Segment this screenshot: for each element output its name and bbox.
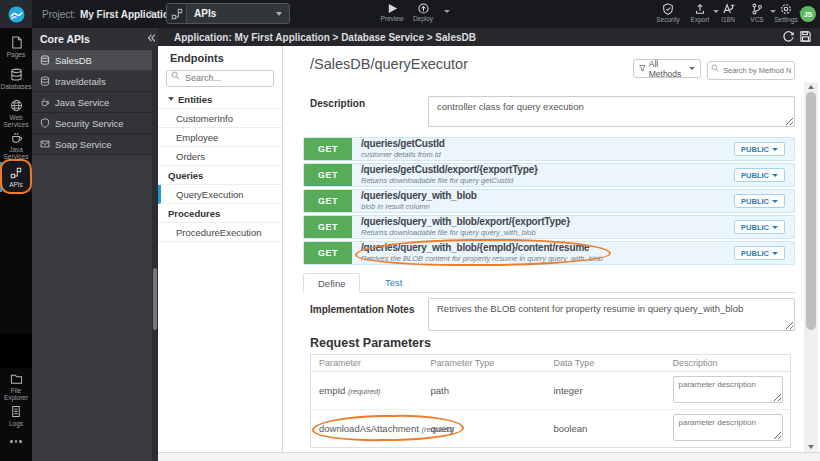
column-header: Parameter (311, 355, 423, 372)
chevron-down-icon (772, 200, 778, 203)
sidebar-item-databases[interactable]: Databases (0, 68, 32, 90)
scrollbar-thumb[interactable] (153, 268, 157, 330)
core-apis-panel: Core APIs SalesDB traveldetails Java Ser… (32, 28, 158, 461)
method-search-input[interactable] (707, 61, 795, 80)
access-dropdown[interactable]: PUBLIC (734, 194, 785, 208)
param-description-textarea[interactable] (673, 376, 783, 403)
param-name: empId (319, 385, 345, 396)
endpoint-item-employee[interactable]: Employee (158, 128, 282, 147)
project-breadcrumb: Project: My First Application (42, 0, 175, 28)
tab-bar: Define Test (303, 273, 795, 293)
export-button[interactable]: Export (684, 3, 716, 23)
preview-button[interactable]: Preview (375, 3, 409, 22)
refresh-icon[interactable] (782, 30, 795, 43)
endpoint-summary: Returns downloadable file for query getC… (361, 177, 538, 185)
core-api-item-label: Security Service (55, 118, 124, 129)
endpoint-item-procedureexecution[interactable]: ProcedureExecution (158, 223, 282, 242)
api-endpoint-row-selected[interactable]: GET /queries/query_with_blob/{empId}/con… (303, 241, 795, 265)
tab-test[interactable]: Test (373, 272, 414, 292)
access-dropdown[interactable]: PUBLIC (734, 246, 785, 260)
sidebar-item-apis[interactable]: APIs (0, 162, 32, 192)
endpoints-section-entities[interactable]: Entities (158, 90, 282, 109)
endpoint-text: /queries/query_with_blob/{empId}/content… (361, 242, 603, 264)
access-label: PUBLIC (741, 145, 769, 154)
collapse-panel-icon[interactable] (146, 33, 156, 43)
sidebar-item-label: Logs (9, 420, 23, 427)
scrollbar-thumb[interactable] (806, 92, 816, 330)
tab-define[interactable]: Define (303, 273, 360, 293)
sidebar-more-button[interactable] (0, 440, 32, 443)
web-services-globe-icon (10, 99, 23, 112)
wavemaker-logo-icon (8, 6, 25, 23)
bottom-strip (158, 452, 820, 461)
endpoint-summary: Returns downloadable file for query quer… (361, 229, 570, 237)
logs-icon (10, 405, 22, 418)
sidebar-item-file-explorer[interactable]: File Explorer (0, 373, 32, 401)
endpoint-path: /queries/query_with_blob (361, 191, 477, 201)
sidebar-item-label: File Explorer (0, 387, 32, 401)
database-icon (40, 76, 50, 86)
chevron-down-icon (772, 174, 778, 177)
param-data-type: integer (546, 372, 665, 410)
core-api-item-traveldetails[interactable]: traveldetails (32, 71, 152, 92)
param-required-note: (required) (421, 425, 454, 434)
api-endpoint-row[interactable]: GET /queries/query_with_blob blob in res… (303, 189, 795, 213)
endpoint-item-customerinfo[interactable]: CustomerInfo (158, 109, 282, 128)
deploy-button[interactable]: Deploy (405, 3, 441, 22)
sidebar-item-label: Web Services (0, 114, 32, 128)
app-logo[interactable] (0, 0, 32, 28)
deploy-chevron-icon[interactable] (444, 10, 450, 13)
method-filter-dropdown[interactable]: All Methods (633, 59, 701, 78)
description-textarea[interactable]: controller class for query execution (428, 96, 795, 127)
method-badge: GET (304, 164, 352, 186)
implementation-notes-textarea[interactable]: Retrives the BLOB content for property r… (428, 298, 795, 331)
endpoint-path: /queries/getCustId (361, 139, 445, 149)
endpoint-text: /queries/getCustId/export/{exportType} R… (361, 164, 538, 186)
main-scrollbar[interactable] (804, 82, 818, 452)
access-dropdown[interactable]: PUBLIC (734, 220, 785, 234)
access-dropdown[interactable]: PUBLIC (734, 142, 785, 156)
scroll-up-arrow[interactable] (808, 85, 814, 89)
endpoints-section-queries: Queries (158, 166, 282, 185)
endpoint-item-orders[interactable]: Orders (158, 147, 282, 166)
sidebar-item-logs[interactable]: Logs (0, 405, 32, 427)
sidebar-item-java-services[interactable]: Java Services (0, 131, 32, 160)
core-api-item-security-service[interactable]: Security Service (32, 113, 152, 134)
endpoint-item-queryexecution[interactable]: QueryExecution (158, 185, 282, 204)
chevron-down-icon (772, 252, 778, 255)
api-endpoint-row[interactable]: GET /queries/query_with_blob/export/{exp… (303, 215, 795, 239)
user-avatar[interactable]: JS (800, 6, 816, 22)
settings-button[interactable]: Settings (770, 3, 802, 23)
endpoint-summary: blob in result column (361, 203, 477, 211)
param-data-type: boolean (546, 410, 665, 448)
endpoints-search-input[interactable] (166, 70, 274, 87)
method-search (707, 59, 795, 78)
sidebar-item-pages[interactable]: Pages (0, 36, 32, 58)
sidebar-item-web-services[interactable]: Web Services (0, 99, 32, 128)
vcs-button[interactable]: VCS (742, 3, 772, 23)
i18n-translate-icon (722, 3, 735, 15)
core-api-item-java-service[interactable]: Java Service (32, 92, 152, 113)
breadcrumb: Application: My First Application > Data… (174, 32, 476, 43)
access-dropdown[interactable]: PUBLIC (734, 168, 785, 182)
endpoint-summary: customer details from id (361, 151, 445, 159)
apis-icon (167, 4, 187, 23)
param-description-textarea[interactable] (673, 414, 783, 441)
chevron-down-icon (276, 12, 282, 16)
save-icon[interactable] (799, 30, 812, 43)
nav-dropdown-label: APIs (194, 8, 276, 19)
security-shield-icon (662, 3, 674, 15)
i18n-button[interactable]: I18N (714, 3, 742, 23)
api-endpoint-row[interactable]: GET /queries/getCustId customer details … (303, 137, 795, 161)
java-coffee-icon (40, 97, 50, 107)
chevron-right-icon: > (149, 8, 155, 19)
databases-icon (10, 68, 23, 81)
core-api-item-salesdb[interactable]: SalesDB (32, 50, 152, 71)
scroll-down-arrow[interactable] (808, 445, 814, 449)
api-endpoint-row[interactable]: GET /queries/getCustId/export/{exportTyp… (303, 163, 795, 187)
resource-nav-dropdown[interactable]: APIs (166, 3, 290, 24)
export-label: Export (691, 16, 710, 23)
core-api-item-soap-service[interactable]: Soap Service (32, 134, 152, 155)
endpoints-panel: Endpoints Entities CustomerInfo Employee… (158, 46, 283, 452)
security-button[interactable]: Security (650, 3, 686, 23)
